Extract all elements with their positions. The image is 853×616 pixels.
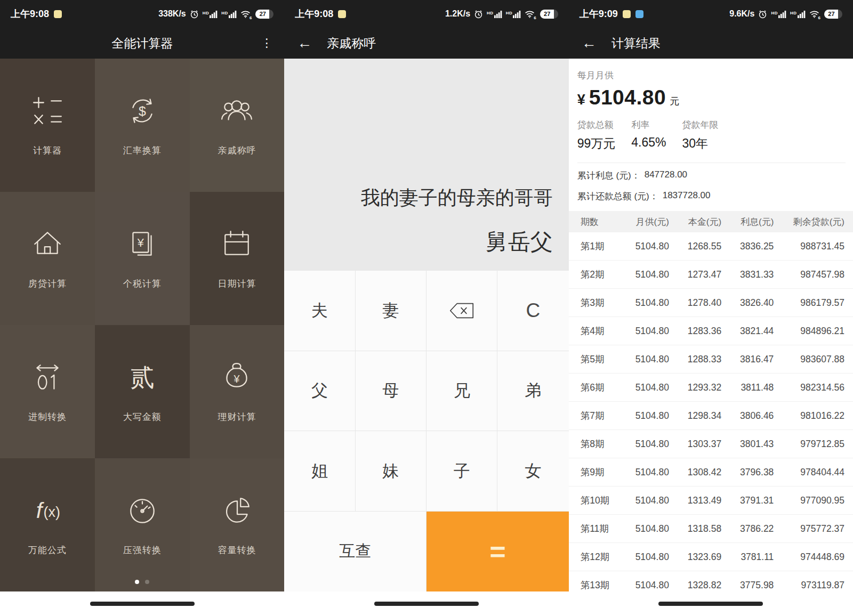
screen-kinship: 上午9:08 1.2K/s HD HD 6 27 ← 亲戚称呼 我的妻子的母亲的…	[284, 0, 568, 616]
loan-summary-row: 贷款总额 99万元 利率 4.65% 贷款年限 30年	[577, 119, 846, 152]
tile-calculator[interactable]: 计算器	[0, 59, 95, 192]
key-father[interactable]: 父	[284, 351, 355, 432]
signal-icon: HD	[221, 10, 237, 18]
alarm-icon	[758, 10, 767, 19]
table-cell: 5104.80	[617, 326, 669, 337]
table-cell: 979712.85	[774, 439, 853, 450]
table-cell: 第5期	[569, 353, 617, 366]
key-younger-sister[interactable]: 妹	[356, 431, 426, 512]
title-bar: ← 亲戚称呼	[284, 28, 568, 59]
table-cell: 第7期	[569, 409, 617, 422]
back-button[interactable]: ←	[297, 36, 312, 51]
result-content: 每月月供 ¥ 5104.80 元 贷款总额 99万元 利率 4.65% 贷款年限…	[569, 59, 853, 591]
table-cell: 3826.40	[721, 297, 774, 309]
svg-text:¥: ¥	[137, 236, 144, 249]
tile-finance-calc[interactable]: ¥ 理财计算	[190, 325, 285, 458]
tile-mortgage[interactable]: 房贷计算	[0, 192, 95, 325]
table-cell: 第11期	[569, 522, 617, 535]
table-row: 第11期5104.801318.583786.22975772.37	[569, 515, 853, 543]
tile-label: 汇率换算	[123, 144, 162, 157]
key-elder-sister[interactable]: 姐	[284, 431, 355, 512]
status-net-speed: 1.2K/s	[445, 9, 470, 19]
tile-radix-convert[interactable]: 进制转换	[0, 325, 95, 458]
battery-percent: 27	[828, 11, 834, 17]
tile-label: 房贷计算	[28, 278, 67, 290]
cumulative-interest-label: 累计利息 (元)：	[577, 169, 640, 182]
rate-value: 4.65%	[631, 135, 666, 150]
tile-label: 压强转换	[123, 544, 162, 556]
title-bar: 全能计算器 ⋮	[0, 28, 284, 59]
term-value: 30年	[682, 135, 718, 152]
tile-capacity-convert[interactable]: 容量转换	[190, 458, 285, 591]
table-cell: 3786.22	[721, 523, 774, 534]
table-cell: 5104.80	[617, 523, 669, 534]
table-cell: 973119.87	[774, 580, 853, 591]
amortization-table-header: 期数 月供(元) 本金(元) 利息(元) 剩余贷款(元)	[569, 211, 853, 232]
table-cell: 第13期	[569, 579, 617, 591]
table-cell: 第3期	[569, 296, 617, 309]
table-cell: 5104.80	[617, 269, 669, 280]
signal-icon: HD	[203, 10, 218, 18]
status-net-speed: 338K/s	[158, 9, 186, 19]
home-indicator[interactable]	[90, 602, 195, 606]
tile-date-calc[interactable]: 日期计算	[190, 192, 285, 325]
table-row: 第5期5104.801288.333816.47983607.88	[569, 345, 853, 374]
battery-icon: 27	[824, 10, 842, 19]
key-backspace[interactable]	[426, 271, 497, 351]
calculator-icon	[31, 94, 64, 127]
key-mutual-lookup[interactable]: 互查	[284, 512, 426, 592]
table-cell: 1303.37	[669, 439, 721, 450]
tile-formula[interactable]: f(x) 万能公式	[0, 458, 95, 591]
table-row: 第1期5104.801268.553836.25988731.45	[569, 232, 853, 261]
tile-relatives[interactable]: 亲戚称呼	[190, 59, 285, 192]
table-cell: 5104.80	[617, 552, 669, 563]
table-cell: 974448.69	[774, 552, 853, 563]
page-title: 亲戚称呼	[327, 35, 376, 52]
cumulative-totals: 累计利息 (元)： 847728.00 累计还款总额 (元)： 1837728.…	[569, 163, 853, 211]
table-cell: 1278.40	[669, 297, 721, 309]
battery-icon: 27	[255, 10, 273, 19]
table-cell: 第1期	[569, 240, 617, 253]
column-header: 期数	[569, 216, 617, 228]
signal-icon: HD	[487, 10, 502, 18]
status-net-speed: 9.6K/s	[729, 9, 754, 19]
key-elder-brother[interactable]: 兄	[426, 351, 497, 432]
table-row: 第6期5104.801293.323811.48982314.56	[569, 374, 853, 402]
key-mother[interactable]: 母	[356, 351, 426, 432]
table-cell: 5104.80	[617, 354, 669, 365]
pressure-convert-icon	[126, 494, 159, 527]
tile-pressure-convert[interactable]: 压强转换	[95, 458, 190, 591]
table-cell: 982314.56	[774, 382, 853, 393]
status-time: 上午9:09	[580, 7, 618, 20]
svg-text:$: $	[139, 104, 146, 118]
status-bar: 上午9:09 9.6K/s HD HD 6 27	[569, 0, 853, 28]
kinship-query-text: 我的妻子的母亲的哥哥	[361, 185, 553, 211]
key-son[interactable]: 子	[426, 431, 497, 512]
back-button[interactable]: ←	[582, 36, 597, 51]
table-cell: 3806.46	[721, 410, 774, 422]
tile-currency-exchange[interactable]: $ 汇率换算	[95, 59, 190, 192]
table-row: 第12期5104.801323.693781.11974448.69	[569, 543, 853, 571]
svg-text:¥: ¥	[234, 373, 240, 385]
page-dot	[145, 580, 149, 584]
tile-label: 容量转换	[218, 544, 256, 556]
table-cell: 5104.80	[617, 495, 669, 506]
tile-uppercase-amount[interactable]: 贰 大写金额	[95, 325, 190, 458]
signal-icon: HD	[790, 10, 806, 18]
table-cell: 3836.25	[721, 241, 774, 252]
overflow-menu-button[interactable]: ⋮	[261, 37, 272, 49]
key-husband[interactable]: 夫	[284, 271, 355, 351]
home-indicator[interactable]	[658, 602, 763, 606]
key-clear[interactable]: C	[497, 271, 568, 351]
key-wife[interactable]: 妻	[356, 271, 426, 351]
home-indicator[interactable]	[374, 602, 479, 606]
table-row: 第7期5104.801298.343806.46981016.22	[569, 402, 853, 430]
table-cell: 3775.98	[721, 580, 774, 591]
tile-income-tax[interactable]: ¥ 个税计算	[95, 192, 190, 325]
wifi-icon: 6	[525, 10, 536, 18]
key-equals[interactable]: =	[426, 512, 569, 592]
key-daughter[interactable]: 女	[497, 431, 568, 512]
status-time: 上午9:08	[295, 7, 333, 20]
key-younger-brother[interactable]: 弟	[497, 351, 568, 432]
amortization-table-body: 第1期5104.801268.553836.25988731.45第2期5104…	[569, 232, 853, 591]
